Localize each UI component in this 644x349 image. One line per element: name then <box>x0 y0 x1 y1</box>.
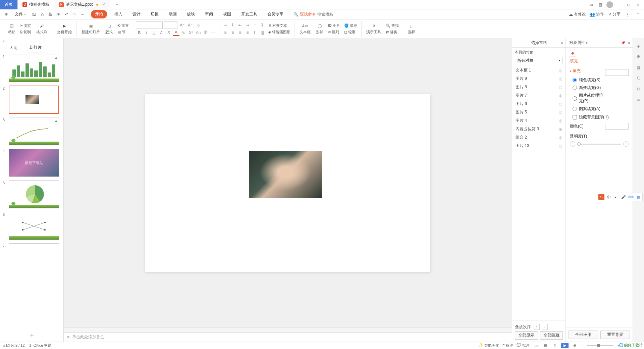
color-swatch[interactable] <box>605 123 629 130</box>
slide-thumb-6[interactable]: 6 <box>3 212 61 240</box>
object-item[interactable]: 图片 7◎ <box>512 91 566 100</box>
visibility-icon[interactable]: ◎ <box>559 135 562 140</box>
increase-font-icon[interactable]: A⁺ <box>179 22 185 29</box>
font-size-input[interactable] <box>164 21 177 29</box>
tab-start[interactable]: 开始 <box>91 10 107 18</box>
underline-icon[interactable]: U <box>151 30 157 36</box>
slide-thumb-7[interactable]: 7 <box>3 243 61 250</box>
object-item[interactable]: 组合 2◎ <box>512 133 566 142</box>
ime-mic-icon[interactable]: 🎤 <box>621 194 627 200</box>
tab-transition[interactable]: 切换 <box>148 10 161 18</box>
tab-templates[interactable]: D 找稻壳模板 <box>18 0 54 9</box>
format-painter-button[interactable]: 🖌格式刷 <box>34 22 49 35</box>
close-props-icon[interactable]: ✕ <box>627 41 631 45</box>
tab-animation[interactable]: 动画 <box>166 10 179 18</box>
highlight-icon[interactable]: ✎ <box>180 30 187 36</box>
redo-icon[interactable]: ↷ <box>71 11 77 17</box>
pinyin-icon[interactable]: 变 <box>202 30 209 36</box>
pin-icon[interactable]: 📌 <box>621 41 625 45</box>
slides-tab[interactable]: 幻灯片 <box>27 43 44 52</box>
side-settings-icon[interactable]: ⚙ <box>635 53 642 60</box>
slide-list[interactable]: 1 ● 2 3 ● 4 极光下载站 5 6 7 <box>0 52 63 328</box>
tab-insert[interactable]: 插入 <box>112 10 125 18</box>
apply-all-button[interactable]: 全部应用 <box>569 331 598 339</box>
tab-document[interactable]: P 演示文稿1.pptx ✕ <box>54 0 110 9</box>
undo-icon[interactable]: ↶ <box>63 11 69 17</box>
side-location-icon[interactable]: ⊙ <box>635 85 642 93</box>
align-justify-icon[interactable]: ≡ <box>244 29 251 36</box>
object-item[interactable]: 图片 6◎ <box>512 100 566 108</box>
font-color-icon[interactable]: A <box>173 30 179 36</box>
find-button[interactable]: 🔍查找 <box>384 23 400 29</box>
italic-icon[interactable]: I <box>143 30 150 36</box>
align-center-icon[interactable]: ≡ <box>229 29 236 36</box>
panel-collapse-icon[interactable]: « <box>0 38 63 43</box>
shadow-icon[interactable]: S <box>165 30 172 36</box>
visibility-icon[interactable]: ◎ <box>559 102 562 106</box>
show-all-button[interactable]: 全部显示 <box>515 331 538 340</box>
more-qa-icon[interactable]: ⋯ <box>79 11 86 17</box>
outline-button[interactable]: ◻轮廓 <box>343 29 359 35</box>
notes-bar[interactable]: ≡ 单击此处添加备注 <box>64 332 512 342</box>
side-resource-icon[interactable]: ⬡ <box>635 74 642 82</box>
preview-icon[interactable]: 👁 <box>55 11 61 17</box>
new-slide-button[interactable]: ▦新建幻灯片 <box>79 22 102 35</box>
text-direction-icon[interactable]: ↧ <box>259 22 266 29</box>
hamburger-icon[interactable]: ≡ <box>3 11 9 17</box>
tab-slideshow[interactable]: 放映 <box>184 10 198 18</box>
align-text-button[interactable]: ⊞对齐文本 <box>267 23 292 29</box>
close-window-button[interactable]: ✕ <box>635 1 641 8</box>
visibility-icon[interactable]: ◎ <box>559 93 562 98</box>
beautify-button[interactable]: ✨智能美化 <box>479 343 499 348</box>
slideshow-button[interactable]: ▶ <box>561 343 569 348</box>
fill-pattern-radio[interactable]: 图案填充(A) <box>573 106 605 112</box>
reading-view-icon[interactable]: ▯ <box>552 343 558 348</box>
normal-view-icon[interactable]: ▭ <box>533 343 539 348</box>
bold-icon[interactable]: B <box>136 30 143 36</box>
object-item[interactable]: 内容占位符 3◉ <box>512 125 566 133</box>
shape-button[interactable]: ◯形状 <box>314 22 325 35</box>
fill-gradient-radio[interactable]: 渐变填充(G) <box>573 85 605 91</box>
indent-dec-icon[interactable]: ⇤ <box>237 22 244 29</box>
layout-icon[interactable]: ▭ <box>588 1 594 8</box>
outline-tab[interactable]: 大纲 <box>7 44 20 52</box>
visibility-icon[interactable]: ◎ <box>559 77 562 81</box>
cut-button[interactable]: ✂剪切 <box>19 23 33 29</box>
section-button[interactable]: ▤节 <box>116 29 130 35</box>
collapse-ribbon-icon[interactable]: ⌃ <box>635 11 641 17</box>
indent-inc-icon[interactable]: ⇥ <box>244 22 251 29</box>
sorter-view-icon[interactable]: ▦ <box>542 343 548 348</box>
fill-picture-radio[interactable]: 图片或纹理填充(P) <box>573 93 605 104</box>
tab-view[interactable]: 视图 <box>220 10 234 18</box>
object-item[interactable]: 图片 9◎ <box>512 74 566 83</box>
strike-icon[interactable]: A <box>158 30 165 36</box>
ime-keyboard-icon[interactable]: ⌨ <box>628 194 634 200</box>
close-tab-icon[interactable]: ✕ <box>102 2 105 7</box>
arrange-button[interactable]: ⧉排列 <box>327 29 341 35</box>
visibility-icon[interactable]: ◎ <box>559 85 562 90</box>
superscript-icon[interactable]: X² <box>187 30 194 36</box>
fill-type-combo[interactable] <box>605 69 629 76</box>
textbox-button[interactable]: A▭文本框 <box>298 22 313 35</box>
copy-button[interactable]: ⎘复制 <box>19 29 33 35</box>
replace-button[interactable]: ⇄替换 <box>384 29 400 35</box>
paste-button[interactable]: 📋粘贴 <box>6 22 17 35</box>
object-item[interactable]: 图片 13◎ <box>512 142 566 150</box>
tab-member[interactable]: 会员专享 <box>265 10 286 18</box>
comments-toggle[interactable]: 💬批注 <box>517 343 530 348</box>
user-avatar-icon[interactable] <box>606 1 613 8</box>
visibility-icon[interactable]: ◉ <box>559 127 562 132</box>
opacity-increase-button[interactable]: ＋ <box>623 141 629 147</box>
file-menu[interactable]: 文件▾ <box>12 10 29 18</box>
visibility-icon[interactable]: ◎ <box>559 118 562 123</box>
opacity-slider[interactable]: 0% <box>577 144 621 145</box>
hide-all-button[interactable]: 全部隐藏 <box>540 331 563 340</box>
picture-button[interactable]: 🖼图片 <box>327 23 341 29</box>
share-button[interactable]: ↗分享 <box>608 11 621 17</box>
clear-format-icon[interactable]: ◇ <box>195 22 202 29</box>
visibility-icon[interactable]: ◎ <box>559 110 562 115</box>
tab-devtools[interactable]: 开发工具 <box>238 10 260 18</box>
fill-button[interactable]: 🪣填充 <box>343 23 359 29</box>
notes-toggle[interactable]: ≡备注 <box>502 343 513 348</box>
send-backward-button[interactable]: ↓ <box>542 324 548 330</box>
